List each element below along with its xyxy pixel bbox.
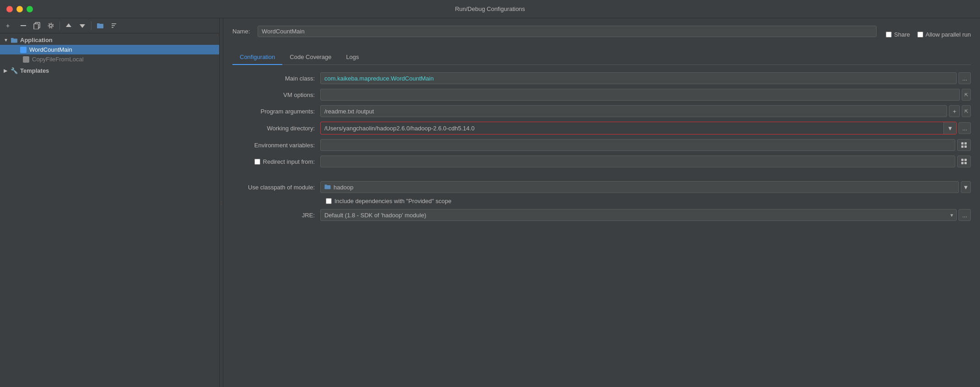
main-container: + xyxy=(0,18,980,387)
minimize-button[interactable] xyxy=(16,6,23,12)
svg-rect-3 xyxy=(34,24,38,29)
tree-item-templates[interactable]: ▶ 🔧 Templates xyxy=(0,66,219,75)
jre-browse-button[interactable]: ... xyxy=(958,209,971,221)
classpath-module-input-group: hadoop ▼ xyxy=(320,181,971,193)
name-input[interactable] xyxy=(258,26,877,37)
redirect-browse-button[interactable] xyxy=(957,156,971,167)
remove-config-button[interactable] xyxy=(17,21,29,30)
working-dir-dropdown-button[interactable]: ▼ xyxy=(943,122,956,134)
settings-button[interactable] xyxy=(45,21,57,30)
classpath-module-label: Use classpath of module: xyxy=(232,184,315,191)
name-field-label: Name: xyxy=(232,28,253,35)
vm-options-input[interactable] xyxy=(320,89,960,101)
jre-select-wrapper: Default (1.8 - SDK of 'hadoop' module) ▼ xyxy=(320,209,957,221)
allow-parallel-checkbox-label[interactable]: Allow parallel run xyxy=(917,31,971,38)
svg-rect-15 xyxy=(961,159,964,161)
close-button[interactable] xyxy=(6,6,13,12)
tab-logs[interactable]: Logs xyxy=(339,50,366,65)
main-class-row: Main class: ... xyxy=(232,72,971,84)
add-config-button[interactable]: + xyxy=(4,21,16,30)
module-folder-icon xyxy=(324,184,331,191)
jre-label: JRE: xyxy=(232,212,315,219)
working-dir-browse-button[interactable]: ... xyxy=(958,122,971,134)
svg-rect-11 xyxy=(961,142,964,145)
redirect-input-label-group: Redirect input from: xyxy=(232,158,315,165)
allow-parallel-checkbox[interactable] xyxy=(917,32,923,38)
move-down-button[interactable] xyxy=(76,21,88,30)
program-args-row: Program arguments: + ⇱ xyxy=(232,105,971,117)
vm-options-expand-button[interactable]: ⇱ xyxy=(962,89,971,101)
classpath-module-row: Use classpath of module: hadoop ▼ xyxy=(232,181,971,193)
share-checkbox[interactable] xyxy=(886,32,892,38)
env-vars-browse-button[interactable] xyxy=(957,139,971,151)
tree-item-copy-file[interactable]: CopyFileFromLocal xyxy=(0,54,219,64)
name-row: Name: xyxy=(232,26,877,37)
resize-handle[interactable]: ⋮ xyxy=(220,18,223,387)
svg-point-4 xyxy=(49,24,52,27)
env-vars-input-group xyxy=(320,139,971,151)
svg-rect-17 xyxy=(961,162,964,164)
toolbar-divider-2 xyxy=(91,22,92,30)
main-class-label: Main class: xyxy=(232,75,315,82)
word-count-main-label: WordCountMain xyxy=(29,46,72,53)
expand-arrow-application: ▼ xyxy=(4,38,10,43)
folder-icon xyxy=(10,37,18,43)
working-dir-row: Working directory: ▼ ... xyxy=(232,122,971,134)
sidebar-toolbar: + xyxy=(0,18,219,33)
include-deps-checkbox[interactable] xyxy=(326,198,332,204)
maximize-button[interactable] xyxy=(27,6,33,12)
tab-configuration[interactable]: Configuration xyxy=(232,50,282,65)
env-vars-row: Environment variables: xyxy=(232,139,971,151)
vm-options-label: VM options: xyxy=(232,91,315,98)
svg-rect-16 xyxy=(964,159,967,161)
tabs-container: Configuration Code Coverage Logs xyxy=(232,50,971,65)
title-bar: Run/Debug Configurations xyxy=(0,0,980,18)
redirect-input-field[interactable] xyxy=(320,156,955,167)
folder-button[interactable] xyxy=(94,21,106,30)
jre-row: JRE: Default (1.8 - SDK of 'hadoop' modu… xyxy=(232,209,971,221)
main-class-input[interactable] xyxy=(320,72,957,84)
wrench-icon: 🔧 xyxy=(10,68,18,74)
move-up-button[interactable] xyxy=(63,21,75,30)
window-title: Run/Debug Configurations xyxy=(455,5,525,12)
module-name-text: hadoop xyxy=(334,184,353,191)
jre-input-group: Default (1.8 - SDK of 'hadoop' module) ▼… xyxy=(320,209,971,221)
working-dir-border-wrapper: ▼ xyxy=(320,122,957,134)
program-args-label: Program arguments: xyxy=(232,108,315,115)
tree-item-application[interactable]: ▼ Application xyxy=(0,35,219,45)
sidebar: + xyxy=(0,18,220,387)
svg-marker-6 xyxy=(66,23,71,27)
include-deps-row: Include dependencies with "Provided" sco… xyxy=(238,198,971,204)
working-dir-input-group: ▼ ... xyxy=(320,122,971,134)
toolbar-divider-1 xyxy=(59,22,60,30)
env-vars-input[interactable] xyxy=(320,139,955,151)
redirect-input-checkbox[interactable] xyxy=(254,159,260,165)
working-dir-input[interactable] xyxy=(321,122,943,134)
main-class-browse-button[interactable]: ... xyxy=(958,72,971,84)
copy-config-button[interactable] xyxy=(31,21,43,30)
module-dropdown-btn[interactable]: ▼ xyxy=(961,181,971,193)
include-deps-label: Include dependencies with "Provided" sco… xyxy=(334,198,452,204)
app-icon xyxy=(19,47,27,53)
program-args-input[interactable] xyxy=(320,105,947,117)
program-args-expand-button[interactable]: ⇱ xyxy=(962,105,971,117)
sidebar-tree: ▼ Application WordCountMain xyxy=(0,33,219,387)
program-args-add-button[interactable]: + xyxy=(949,105,960,117)
name-row-container: Name: Share Allow parallel run xyxy=(232,26,971,43)
sort-button[interactable] xyxy=(108,21,120,30)
redirect-input-group xyxy=(320,156,971,167)
traffic-lights xyxy=(6,6,33,12)
env-vars-label: Environment variables: xyxy=(232,142,315,149)
templates-label: Templates xyxy=(20,67,49,74)
tree-item-word-count-main[interactable]: WordCountMain xyxy=(0,45,219,54)
svg-marker-7 xyxy=(80,24,85,28)
svg-rect-12 xyxy=(964,142,967,145)
main-class-input-group: ... xyxy=(320,72,971,84)
svg-point-5 xyxy=(48,23,54,28)
tab-code-coverage[interactable]: Code Coverage xyxy=(282,50,339,65)
copy-app-icon xyxy=(22,56,30,63)
share-checkbox-label[interactable]: Share xyxy=(886,31,910,38)
share-label: Share xyxy=(894,31,910,38)
jre-select[interactable]: Default (1.8 - SDK of 'hadoop' module) xyxy=(320,209,957,221)
right-panel: Name: Share Allow parallel run Configura… xyxy=(223,18,980,387)
